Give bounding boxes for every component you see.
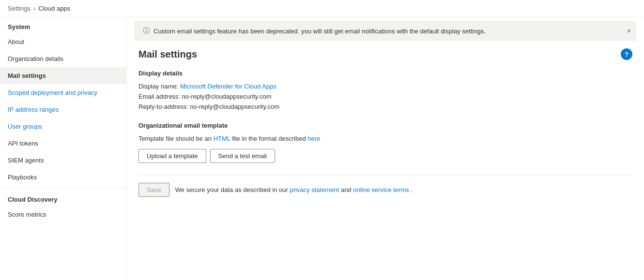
breadcrumb-separator: › <box>33 5 35 12</box>
template-button-row: Upload a template Send a test email <box>138 149 632 163</box>
template-html-link[interactable]: HTML <box>214 135 230 142</box>
sidebar-item-scoped-deployment[interactable]: Scoped deployment and privacy <box>0 84 126 101</box>
template-description: Template file should be an HTML file in … <box>138 135 632 142</box>
section-gap: Organizational email template Template f… <box>138 122 632 163</box>
footer-text-mid: and <box>339 186 353 193</box>
footer-text: We secure your data as described in our … <box>175 186 413 193</box>
page-title: Mail settings <box>138 49 197 60</box>
send-test-email-button[interactable]: Send a test email <box>210 149 275 163</box>
save-button[interactable]: Save <box>138 183 169 197</box>
sidebar-item-user-groups[interactable]: User groups <box>0 118 126 135</box>
reply-to-row: Reply-to-address: no-reply@cloudappsecur… <box>138 103 632 110</box>
reply-to-label: Reply-to-address: <box>138 103 188 110</box>
sidebar-item-about[interactable]: About <box>0 33 126 50</box>
sidebar: System About Organization details Mail s… <box>0 17 127 280</box>
footer-row: Save We secure your data as described in… <box>138 183 632 197</box>
email-address-value: no-reply@cloudappsecurity.com <box>182 93 272 100</box>
footer-text-end: . <box>409 186 413 193</box>
breadcrumb-parent[interactable]: Settings <box>8 5 31 12</box>
page-header: Mail settings ? <box>138 48 632 60</box>
sidebar-item-score-metrics[interactable]: Score metrics <box>0 206 126 223</box>
reply-to-value: no-reply@cloudappsecurity.com <box>190 103 279 110</box>
section-divider <box>138 175 632 175</box>
main-content: ⓘ Custom email settings feature has been… <box>127 17 644 280</box>
sidebar-item-ip-address-ranges[interactable]: IP address ranges <box>0 101 126 118</box>
breadcrumb: Settings › Cloud apps <box>0 0 644 17</box>
info-icon: ⓘ <box>143 27 150 35</box>
sidebar-system-title: System <box>0 17 126 33</box>
sidebar-item-siem-agents[interactable]: SIEM agents <box>0 152 126 169</box>
email-address-row: Email address: no-reply@cloudappsecurity… <box>138 93 632 100</box>
display-details-title: Display details <box>138 70 632 77</box>
display-name-value: Microsoft Defender for Cloud Apps <box>180 83 276 90</box>
display-name-row: Display name: Microsoft Defender for Clo… <box>138 83 632 90</box>
template-desc-start: Template file should be an <box>138 135 214 142</box>
email-address-label: Email address: <box>138 93 180 100</box>
online-service-terms-link[interactable]: online service terms <box>353 186 409 193</box>
sidebar-item-organization-details[interactable]: Organization details <box>0 50 126 67</box>
template-here-link[interactable]: here <box>307 135 320 142</box>
breadcrumb-current: Cloud apps <box>38 5 70 12</box>
privacy-statement-link[interactable]: privacy statement <box>290 186 339 193</box>
sidebar-item-api-tokens[interactable]: API tokens <box>0 135 126 152</box>
template-desc-mid: file in the format described <box>230 135 308 142</box>
help-icon[interactable]: ? <box>621 48 632 60</box>
banner-close-button[interactable]: × <box>627 27 631 35</box>
banner-text: Custom email settings feature has been d… <box>153 28 486 35</box>
page-body: Mail settings ? Display details Display … <box>127 41 644 205</box>
sidebar-divider <box>0 188 126 188</box>
org-template-title: Organizational email template <box>138 122 632 129</box>
sidebar-item-playbooks[interactable]: Playbooks <box>0 169 126 186</box>
deprecation-banner: ⓘ Custom email settings feature has been… <box>135 21 636 41</box>
sidebar-cloud-discovery-title: Cloud Discovery <box>0 190 126 206</box>
display-name-label: Display name: <box>138 83 178 90</box>
upload-template-button[interactable]: Upload a template <box>138 149 206 163</box>
sidebar-item-mail-settings[interactable]: Mail settings <box>0 67 126 84</box>
footer-text-start: We secure your data as described in our <box>175 186 290 193</box>
